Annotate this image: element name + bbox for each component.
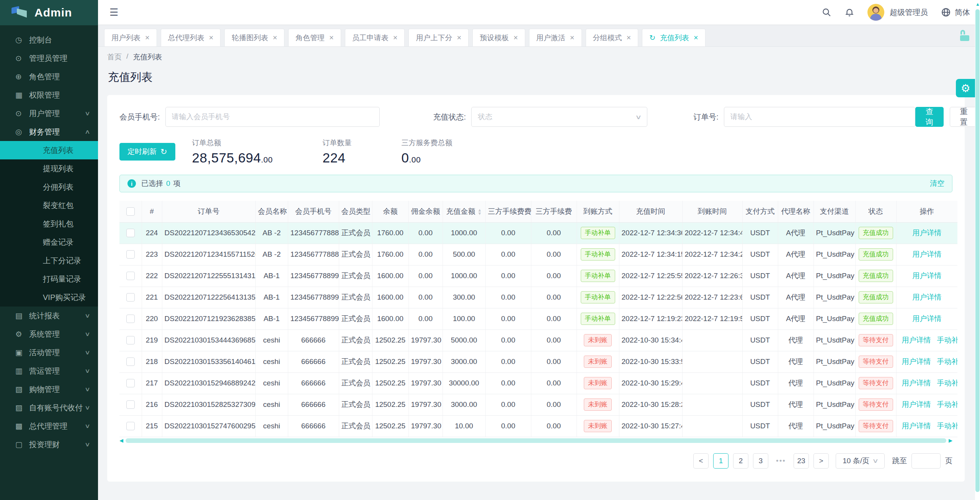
sort-icon[interactable]: ▲▼ (478, 208, 482, 215)
sidebar-item[interactable]: 打码量记录 (0, 270, 98, 288)
row-checkbox[interactable] (126, 379, 135, 387)
jump-page-input[interactable] (911, 453, 941, 469)
column-header[interactable]: 余额▲▼ (372, 201, 408, 222)
sidebar-item[interactable]: 裂变红包 (0, 196, 98, 215)
tab-close-icon[interactable]: × (329, 33, 334, 42)
select-all-checkbox[interactable] (126, 207, 135, 216)
column-header[interactable]: 会员类型▲▼ (339, 201, 372, 222)
horizontal-scrollbar[interactable]: ◀ ▶ (119, 438, 952, 443)
row-checkbox[interactable] (126, 250, 135, 259)
page-tab[interactable]: 预设模板 × (472, 29, 525, 46)
manual-reorder-link[interactable]: 手动补单 (937, 378, 958, 388)
sidebar-item[interactable]: ◷ 控制台 (0, 31, 98, 49)
page-tab[interactable]: 分组模式 × (586, 29, 639, 46)
scroll-left-icon[interactable]: ◀ (119, 438, 126, 443)
scroll-right-icon[interactable]: ▶ (946, 438, 952, 443)
breadcrumb-home[interactable]: 首页 (107, 52, 122, 62)
sidebar-item[interactable]: ▧ 购物管理 ∨ (0, 380, 98, 398)
manual-reorder-link[interactable]: 手动补单 (937, 421, 958, 431)
sidebar-item[interactable]: 分佣列表 (0, 178, 98, 196)
user-detail-link[interactable]: 用户详情 (912, 249, 941, 259)
page-button[interactable]: 2 (733, 453, 748, 469)
column-header[interactable]: 会员名称▲▼ (255, 201, 288, 222)
user-detail-link[interactable]: 用户详情 (902, 335, 931, 345)
page-tab[interactable]: ↻ 充值列表 × (642, 29, 706, 46)
auto-refresh-button[interactable]: 定时刷新↻ (119, 143, 175, 161)
tab-close-icon[interactable]: × (627, 33, 631, 42)
column-header[interactable]: 三方手续费费率▲▼ (485, 201, 531, 222)
status-filter-select[interactable]: 状态 ∨ (471, 107, 647, 127)
sidebar-item[interactable]: 上下分记录 (0, 251, 98, 270)
sidebar-item[interactable]: VIP购买记录 (0, 288, 98, 307)
user-menu[interactable]: 超级管理员 (867, 4, 928, 21)
sidebar-item[interactable]: ▨ 自有账号代收付 ∨ (0, 398, 98, 417)
row-checkbox[interactable] (126, 357, 135, 366)
unlock-icon[interactable] (960, 33, 970, 41)
column-header[interactable]: 三方手续费▲▼ (531, 201, 577, 222)
sidebar-item[interactable]: ⊙ 用户管理 ∨ (0, 104, 98, 123)
search-icon[interactable] (822, 7, 831, 17)
page-tab[interactable]: 总代理列表 × (161, 29, 221, 46)
sidebar-item[interactable]: 充值列表 (0, 141, 98, 159)
page-tab[interactable]: 角色管理 × (288, 29, 341, 46)
column-header[interactable]: 订单号▲▼ (162, 201, 255, 222)
sidebar-item[interactable]: ▩ 总代理管理 ∨ (0, 417, 98, 435)
sidebar-item[interactable]: 提现列表 (0, 159, 98, 178)
page-button[interactable]: 23 (794, 453, 809, 469)
tab-close-icon[interactable]: × (570, 33, 575, 42)
manual-reorder-link[interactable]: 手动补单 (937, 400, 958, 410)
tab-close-icon[interactable]: × (457, 33, 461, 42)
reset-button[interactable]: 重置 (950, 107, 978, 127)
row-checkbox[interactable] (126, 293, 135, 302)
column-header[interactable]: 操作▲▼ (896, 201, 957, 222)
manual-reorder-link[interactable]: 手动补单 (937, 357, 958, 367)
row-checkbox[interactable] (126, 336, 135, 344)
tab-close-icon[interactable]: × (513, 33, 518, 42)
row-checkbox[interactable] (126, 315, 135, 323)
column-header[interactable]: #▲▼ (142, 201, 162, 222)
page-tab[interactable]: 用户上下分 × (408, 29, 469, 46)
sidebar-item[interactable]: ◎ 财务管理 ∧ (0, 123, 98, 141)
row-checkbox[interactable] (126, 272, 135, 280)
page-tab[interactable]: 用户列表 × (104, 29, 157, 46)
column-header[interactable]: 到账方式▲▼ (577, 201, 619, 222)
row-checkbox[interactable] (126, 229, 135, 237)
sidebar-item[interactable]: ⊕ 角色管理 (0, 67, 98, 86)
settings-gear-button[interactable]: ⚙ (956, 79, 975, 97)
page-button[interactable]: < (693, 453, 709, 469)
phone-filter-input[interactable] (165, 107, 380, 127)
user-detail-link[interactable]: 用户详情 (902, 378, 931, 388)
tab-close-icon[interactable]: × (694, 33, 698, 42)
column-header[interactable]: 到账时间▲▼ (682, 201, 742, 222)
tab-close-icon[interactable]: × (145, 33, 150, 42)
notification-bell-icon[interactable] (844, 7, 854, 17)
sidebar-item[interactable]: ▢ 投资理财 ∨ (0, 435, 98, 454)
sidebar-item[interactable]: 赠金记录 (0, 233, 98, 251)
page-button[interactable]: 3 (753, 453, 768, 469)
column-header[interactable]: 会员手机号▲▼ (288, 201, 339, 222)
user-detail-link[interactable]: 用户详情 (912, 228, 941, 238)
page-tab[interactable]: 轮播图列表 × (224, 29, 284, 46)
manual-reorder-link[interactable]: 手动补单 (937, 335, 958, 345)
sidebar-item[interactable]: ▦ 权限管理 (0, 86, 98, 104)
column-header[interactable]: 支付渠道▲▼ (813, 201, 855, 222)
vertical-scrollbar[interactable]: ▲ (975, 0, 980, 500)
column-header[interactable]: 代理名称▲▼ (778, 201, 813, 222)
sidebar-item[interactable]: ⚙ 系统管理 ∨ (0, 325, 98, 343)
scrollbar-track[interactable] (126, 438, 946, 443)
sidebar-item[interactable]: 签到礼包 (0, 215, 98, 233)
column-header[interactable]: 状态▲▼ (855, 201, 896, 222)
menu-fold-icon[interactable]: ☰ (109, 7, 118, 18)
page-tab[interactable]: 用户激活 × (529, 29, 582, 46)
tab-close-icon[interactable]: × (209, 33, 214, 42)
user-detail-link[interactable]: 用户详情 (912, 314, 941, 324)
tab-close-icon[interactable]: × (273, 33, 277, 42)
page-size-select[interactable]: 10 条/页 ∨ (836, 453, 885, 469)
page-button[interactable]: > (813, 453, 829, 469)
sidebar-item[interactable]: ⊙ 管理员管理 (0, 49, 98, 67)
column-header[interactable]: 佣金余额▲▼ (408, 201, 443, 222)
user-detail-link[interactable]: 用户详情 (902, 400, 931, 410)
scrollbar-thumb[interactable] (975, 9, 980, 492)
user-detail-link[interactable]: 用户详情 (902, 357, 931, 367)
column-header[interactable]: 支付方式▲▼ (742, 201, 778, 222)
